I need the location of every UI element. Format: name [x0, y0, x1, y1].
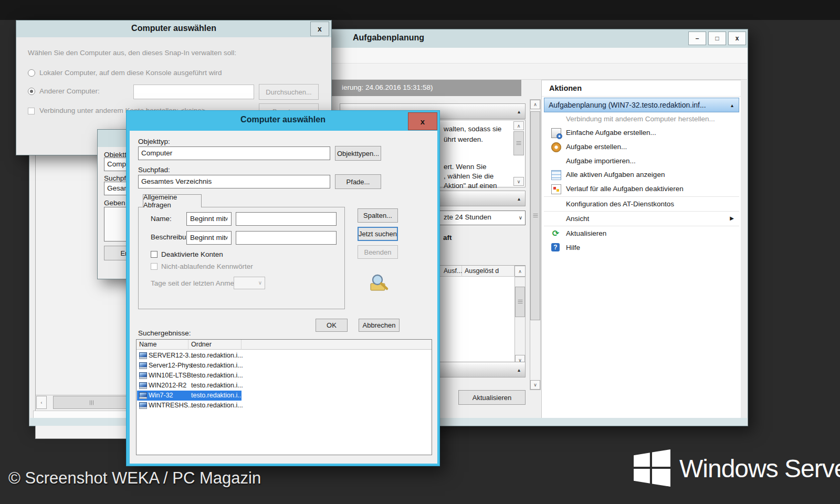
object-type-value: Computer — [141, 149, 172, 157]
action-item-refresh[interactable]: ⟳ Aktualisieren — [544, 226, 739, 239]
dialog-body: Objekttyp: Computer Objekttypen... Suchp… — [130, 131, 437, 464]
table-vscrollbar[interactable]: ∨ — [514, 277, 526, 366]
result-folder: testo.redaktion.i... — [191, 382, 243, 389]
other-computer-input[interactable] — [133, 85, 254, 99]
dialog-title: Computer auswählen — [127, 115, 439, 124]
search-path-field[interactable]: Gesamtes Verzeichnis — [138, 175, 330, 188]
result-row[interactable]: Server12-Phys testo.redaktion.i... — [136, 361, 432, 371]
dialog-titlebar[interactable]: Computer auswählen — [16, 20, 331, 37]
action-item-label: Aufgabe importieren... — [566, 157, 636, 165]
minimize-button[interactable]: – — [688, 32, 706, 45]
maximize-icon: □ — [715, 35, 719, 42]
column-label: Ordner — [191, 341, 212, 348]
days-since-logon-dropdown[interactable]: ∨ — [234, 277, 265, 289]
chevron-down-icon: ∨ — [258, 280, 262, 286]
search-now-button-label: Jetzt suchen — [359, 230, 397, 238]
action-item-label: Konfiguration des AT-Dienstkontos — [566, 200, 674, 208]
nonexpiring-passwords-checkbox[interactable] — [151, 263, 158, 270]
results-column-folder[interactable]: Ordner — [188, 340, 242, 350]
time-range-value: zte 24 Stunden — [444, 213, 491, 221]
column-label: Ausgelöst d — [465, 267, 499, 275]
result-row[interactable]: WINTRESHS... testo.redaktion.i... — [136, 401, 432, 411]
action-item-create-task[interactable]: Aufgabe erstellen... — [544, 140, 739, 154]
description-operator-dropdown[interactable]: Beginnt mit ∨ — [186, 231, 232, 245]
ok-button[interactable]: OK — [316, 319, 348, 332]
name-query-input[interactable] — [236, 212, 337, 226]
action-item-view[interactable]: Ansicht ▶ — [544, 211, 739, 225]
overview-fragment: ührt werden. — [444, 135, 483, 143]
name-operator-dropdown[interactable]: Beginnt mit ∨ — [186, 212, 232, 226]
dialog-titlebar[interactable]: Computer auswählen — [127, 111, 439, 130]
result-row[interactable]: SERVER12-3... testo.redaktion.i... — [136, 351, 432, 361]
paths-button[interactable]: Pfade... — [335, 174, 381, 189]
result-folder: testo.redaktion.i... — [191, 362, 243, 369]
action-item-help[interactable]: ? Hilfe — [544, 240, 739, 254]
collapse-icon[interactable]: ▴ — [518, 196, 520, 202]
vscroll-thumb[interactable] — [515, 287, 525, 317]
action-item-at-service-config[interactable]: Konfiguration des AT-Dienstkontos — [544, 196, 739, 210]
alt-account-checkbox[interactable] — [28, 108, 35, 114]
results-column-name[interactable]: Name — [136, 340, 188, 350]
scroll-up-icon: ∧ — [517, 123, 521, 129]
result-row[interactable]: WIN10E-LTSB testo.redaktion.i... — [136, 371, 432, 381]
result-name: Server12-Phys — [149, 362, 192, 369]
close-icon: x — [421, 117, 425, 126]
action-item-show-active-tasks[interactable]: Alle aktiven Aufgaben anzeigen — [544, 168, 739, 182]
close-button[interactable]: x — [310, 22, 329, 36]
name-operator-value: Beginnt mit — [190, 215, 226, 223]
action-item-create-basic-task[interactable]: Einfache Aufgabe erstellen... — [544, 126, 739, 140]
scroll-left-button[interactable]: ‹ — [36, 396, 47, 409]
object-type-field[interactable]: Computer — [138, 146, 330, 160]
action-item-import-task[interactable]: Aufgabe importieren... — [544, 154, 739, 168]
disabled-accounts-checkbox[interactable] — [151, 251, 158, 258]
vscroll-thumb[interactable] — [513, 131, 524, 155]
columns-button[interactable]: Spalten... — [358, 208, 398, 223]
collapse-icon[interactable]: ▴ — [731, 102, 733, 108]
middle-pane-vscrollbar[interactable]: ∧ ∨ — [530, 99, 541, 390]
computer-icon — [139, 372, 147, 378]
refresh-button[interactable]: Aktualisieren — [458, 390, 526, 405]
radio-other-computer[interactable] — [28, 88, 35, 95]
tab-general-queries[interactable]: Allgemeine Abfragen — [143, 194, 202, 207]
disabled-accounts-label: Deaktivierte Konten — [161, 250, 223, 258]
active-tasks-icon — [551, 170, 561, 180]
paths-button-label: Pfade... — [346, 178, 370, 186]
scroll-down-icon: ∨ — [533, 382, 537, 387]
column-label: Ausf... — [444, 267, 462, 275]
search-path-label: Suchpfad: — [138, 166, 170, 174]
result-row[interactable]: WIN2012-R2 testo.redaktion.i... — [136, 381, 432, 391]
browse-button[interactable]: Durchsuchen... — [259, 84, 319, 100]
search-results-list: Name Ordner SERVER12-3... testo.redaktio… — [136, 339, 432, 455]
vscroll-thumb[interactable] — [530, 111, 540, 320]
scroll-down-button[interactable]: ∨ — [513, 177, 524, 186]
collapse-icon[interactable]: ▴ — [518, 109, 520, 114]
hscroll-thumb[interactable] — [53, 396, 131, 409]
action-item-label: Hilfe — [566, 244, 580, 251]
close-button[interactable]: x — [728, 32, 746, 45]
object-types-button-label: Objekttypen... — [337, 150, 379, 158]
object-types-button[interactable]: Objekttypen... — [335, 146, 381, 161]
stop-button[interactable]: Beenden — [358, 245, 398, 259]
maximize-button[interactable]: □ — [708, 32, 726, 45]
action-item-connect-other-computer[interactable]: Verbindung mit anderem Computer herstell… — [544, 112, 739, 126]
scroll-up-button[interactable]: ∧ — [513, 121, 524, 130]
search-now-button[interactable]: Jetzt suchen — [358, 227, 398, 241]
scroll-up-button[interactable]: ∧ — [514, 266, 526, 277]
radio-local-computer[interactable] — [28, 69, 35, 77]
column-header-triggered[interactable]: Ausgelöst d — [462, 266, 514, 277]
cancel-button[interactable]: Abbrechen — [359, 319, 400, 332]
scroll-up-icon: ∧ — [533, 102, 537, 107]
description-query-input[interactable] — [236, 231, 337, 245]
task-history-icon — [551, 184, 561, 194]
close-button[interactable]: x — [408, 112, 437, 130]
actions-selected-item[interactable]: Aufgabenplanung (WIN7-32.testo.redaktion… — [544, 98, 739, 112]
chevron-down-icon: ∨ — [225, 235, 228, 240]
actions-header-row: Aktionen — [542, 80, 741, 97]
columns-button-label: Spalten... — [363, 212, 392, 219]
scroll-down-button[interactable]: ∨ — [530, 380, 540, 390]
scroll-up-button[interactable]: ∧ — [530, 100, 540, 109]
result-row-selected[interactable]: Win7-32 testo.redaktion.i... — [137, 391, 242, 401]
overview-fragment: ert. Wenn Sie — [444, 163, 487, 171]
collapse-icon[interactable]: ▴ — [518, 367, 520, 373]
action-item-disable-history[interactable]: Verlauf für alle Aufgaben deaktivieren — [544, 182, 739, 196]
